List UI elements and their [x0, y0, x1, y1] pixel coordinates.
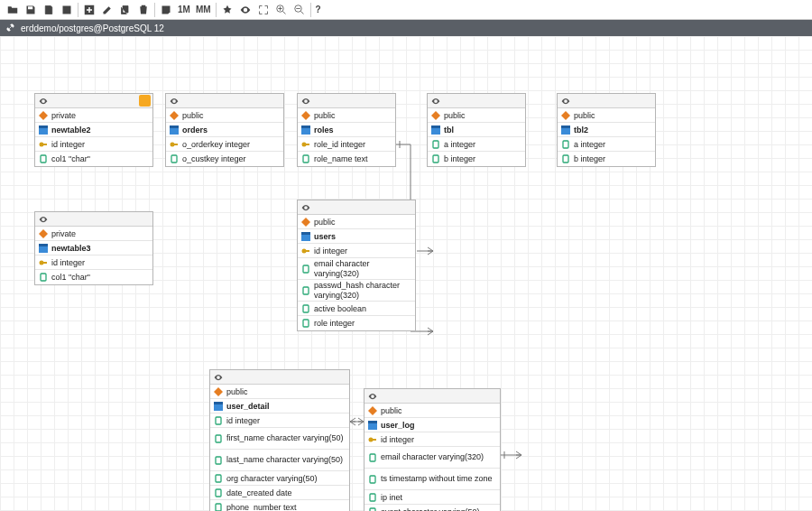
column-row[interactable]: date_created date: [210, 486, 349, 500]
add-icon[interactable]: [80, 1, 98, 19]
schema-icon: [170, 111, 179, 120]
eye-icon[interactable]: [301, 203, 310, 212]
column-row[interactable]: id integer: [35, 256, 152, 270]
table-user_detail[interactable]: publicuser_detailid integerfirst_name ch…: [209, 369, 350, 511]
table-header[interactable]: [35, 212, 152, 227]
one-to-many-button[interactable]: 1M: [175, 1, 193, 19]
column-row[interactable]: email character varying(320): [298, 258, 415, 280]
column-icon: [214, 434, 223, 443]
svg-rect-17: [301, 125, 310, 128]
eye-icon[interactable]: [431, 97, 440, 106]
column-label: email character varying(320): [314, 259, 411, 278]
column-row[interactable]: ts timestamp without time zone: [364, 469, 500, 490]
column-row[interactable]: a integer: [428, 137, 525, 152]
delete-icon[interactable]: [134, 1, 152, 19]
note-icon[interactable]: [157, 1, 175, 19]
save-icon[interactable]: [22, 1, 40, 19]
table-newtable2[interactable]: privatenewtable2id integercol1 "char": [34, 93, 153, 167]
column-row[interactable]: b integer: [428, 152, 525, 166]
schema-icon: [368, 406, 377, 415]
eye-icon[interactable]: [214, 373, 223, 382]
table-name: user_log: [381, 421, 496, 430]
eye-icon[interactable]: [301, 97, 310, 106]
table-header[interactable]: [35, 94, 152, 108]
copy-icon[interactable]: [116, 1, 134, 19]
many-to-many-button[interactable]: MM: [193, 1, 214, 19]
column-row[interactable]: col1 "char": [35, 270, 152, 284]
column-row[interactable]: id integer: [298, 244, 415, 258]
table-header[interactable]: [298, 200, 415, 215]
table-header[interactable]: [210, 370, 349, 385]
column-label: id integer: [51, 258, 149, 267]
column-label: active boolean: [314, 304, 411, 313]
svg-rect-58: [368, 421, 377, 423]
column-row[interactable]: last_name character varying(50): [210, 450, 349, 471]
primary-key-icon: [368, 435, 377, 444]
column-row[interactable]: phone_number text: [210, 500, 349, 511]
column-row[interactable]: o_custkey integer: [166, 152, 283, 166]
column-row[interactable]: role_id integer: [298, 137, 395, 152]
table-header[interactable]: [298, 94, 395, 108]
auto-layout-icon[interactable]: [218, 1, 236, 19]
table-header[interactable]: [166, 94, 283, 108]
column-row[interactable]: active boolean: [298, 302, 415, 316]
eye-icon[interactable]: [39, 215, 48, 224]
column-row[interactable]: email character varying(320): [364, 447, 500, 469]
column-label: role_name text: [314, 154, 392, 163]
column-row[interactable]: id integer: [35, 137, 152, 152]
visibility-icon[interactable]: [236, 1, 254, 19]
eye-icon[interactable]: [39, 97, 48, 106]
table-name: tbl: [444, 125, 521, 135]
column-row[interactable]: event character varying(50): [364, 505, 500, 511]
table-newtable3[interactable]: privatenewtable3id integercol1 "char": [34, 211, 153, 285]
column-row[interactable]: id integer: [210, 413, 349, 428]
open-icon[interactable]: [4, 1, 22, 19]
table-users[interactable]: publicusersid integeremail character var…: [297, 200, 416, 331]
schema-row: public: [298, 215, 415, 229]
column-row[interactable]: passwd_hash character varying(320): [298, 280, 415, 302]
help-button[interactable]: ?: [313, 1, 324, 19]
table-tbl2[interactable]: publictbl2a integerb integer: [557, 93, 656, 167]
zoom-out-icon[interactable]: [291, 1, 309, 19]
fit-icon[interactable]: [254, 1, 272, 19]
zoom-in-icon[interactable]: [272, 1, 291, 19]
table-header[interactable]: [428, 94, 525, 108]
eye-icon[interactable]: [561, 97, 570, 106]
column-row[interactable]: role_name text: [298, 152, 395, 166]
note-icon[interactable]: [139, 95, 151, 107]
column-row[interactable]: col1 "char": [35, 152, 152, 166]
erd-canvas[interactable]: privatenewtable2id integercol1 "char"pub…: [0, 36, 812, 511]
column-label: id integer: [314, 246, 411, 256]
schema-name: public: [381, 406, 496, 415]
column-row[interactable]: role integer: [298, 316, 415, 330]
column-row[interactable]: o_orderkey integer: [166, 137, 283, 152]
separator: [216, 3, 217, 17]
table-icon: [431, 125, 440, 135]
column-row[interactable]: id integer: [364, 432, 500, 447]
eye-icon[interactable]: [170, 97, 179, 106]
column-row[interactable]: first_name character varying(50): [210, 428, 349, 450]
table-tbl[interactable]: publictbla integerb integer: [427, 93, 526, 167]
separator: [154, 3, 155, 17]
export-icon[interactable]: [40, 1, 58, 19]
column-label: b integer: [444, 154, 521, 163]
table-orders[interactable]: publicorderso_orderkey integero_custkey …: [165, 93, 284, 167]
table-header[interactable]: [558, 94, 655, 108]
svg-rect-52: [216, 475, 221, 482]
svg-rect-29: [563, 141, 568, 148]
table-header[interactable]: [364, 389, 500, 404]
image-icon[interactable]: [58, 1, 76, 19]
column-row[interactable]: org character varying(50): [210, 471, 349, 486]
table-user_log[interactable]: publicuser_logid integeremail character …: [364, 388, 501, 511]
column-label: ip inet: [381, 493, 496, 502]
eye-icon[interactable]: [368, 392, 377, 401]
table-roles[interactable]: publicrolesrole_id integerrole_name text: [297, 93, 396, 167]
edit-icon[interactable]: [98, 1, 116, 19]
column-row[interactable]: ip inet: [364, 490, 500, 505]
column-label: passwd_hash character varying(320): [314, 281, 411, 300]
column-row[interactable]: b integer: [558, 152, 655, 166]
column-row[interactable]: a integer: [558, 137, 655, 152]
table-icon: [301, 125, 310, 135]
svg-rect-13: [174, 144, 178, 145]
column-icon: [214, 456, 223, 465]
